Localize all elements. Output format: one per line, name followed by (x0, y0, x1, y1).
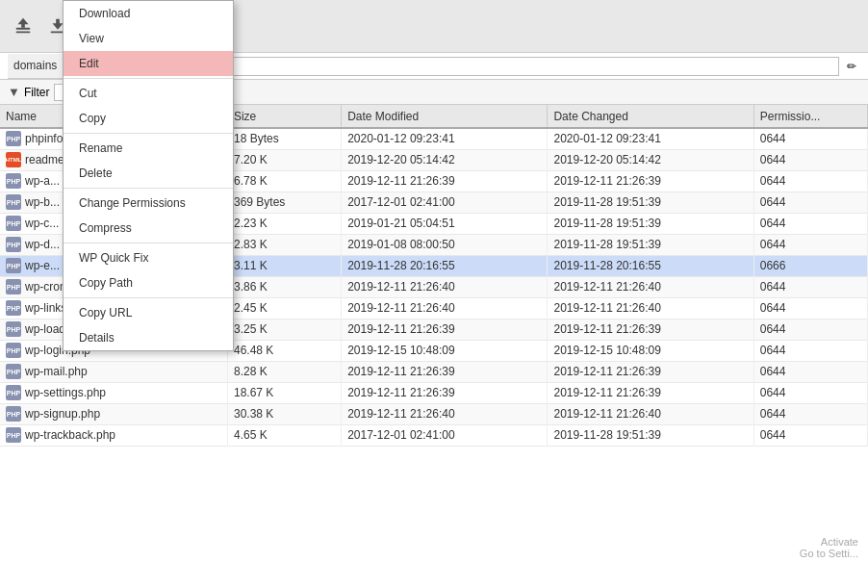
context-menu-divider (64, 243, 233, 243)
col-size[interactable]: Size (227, 105, 341, 128)
col-date-changed[interactable]: Date Changed (548, 105, 753, 128)
file-permissions: 0644 (753, 149, 867, 170)
file-name: wp-d... (25, 238, 60, 251)
file-name: wp-b... (25, 195, 60, 209)
context-menu-item-wp-quick-fix[interactable]: WP Quick Fix (64, 245, 233, 270)
file-date-changed: 2019-11-28 19:51:39 (548, 192, 753, 213)
file-type-icon: PHP (6, 131, 21, 146)
context-menu-item-details[interactable]: Details (64, 325, 233, 350)
file-date-changed: 2019-12-11 21:26:40 (548, 297, 753, 319)
file-date-modified: 2019-12-11 21:26:39 (342, 361, 548, 382)
file-type-icon: PHP (6, 194, 21, 210)
context-menu-item-copy-path[interactable]: Copy Path (64, 270, 233, 295)
file-size: 369 Bytes (227, 192, 341, 213)
file-name: wp-c... (25, 217, 59, 230)
file-date-changed: 2019-12-11 21:26:39 (548, 319, 753, 340)
file-size: 7.20 K (227, 149, 341, 170)
file-size: 18 Bytes (227, 128, 341, 149)
file-date-changed: 2019-11-28 19:51:39 (548, 424, 753, 446)
file-date-changed: 2019-12-20 05:14:42 (548, 149, 753, 170)
file-size: 2.23 K (227, 213, 341, 234)
file-permissions: 0644 (753, 192, 867, 213)
table-row[interactable]: PHP wp-trackback.php 4.65 K 2017-12-01 0… (0, 424, 868, 446)
col-date-modified[interactable]: Date Modified (342, 105, 548, 128)
file-size: 4.65 K (227, 424, 341, 446)
file-permissions: 0644 (753, 128, 867, 149)
file-size: 30.38 K (227, 403, 341, 424)
context-menu-item-change-permissions[interactable]: Change Permissions (64, 191, 233, 216)
file-permissions: 0644 (753, 403, 867, 424)
file-permissions: 0644 (753, 170, 867, 192)
file-size: 46.48 K (227, 340, 341, 361)
file-date-changed: 2019-12-11 21:26:40 (548, 276, 753, 297)
file-date-changed: 2020-01-12 09:23:41 (548, 128, 753, 149)
filter-icon: ▼ (8, 85, 20, 99)
file-date-changed: 2019-12-11 21:26:39 (548, 382, 753, 403)
file-name-cell: PHP wp-signup.php (0, 403, 227, 424)
file-date-changed: 2019-12-15 10:48:09 (548, 340, 753, 361)
file-date-modified: 2019-12-11 21:26:39 (342, 170, 548, 192)
file-date-modified: 2017-12-01 02:41:00 (342, 192, 548, 213)
context-menu-divider (64, 297, 233, 298)
file-type-icon: PHP (6, 364, 21, 379)
file-size: 6.78 K (227, 170, 341, 192)
file-name: wp-settings.php (25, 386, 106, 399)
file-date-modified: 2019-01-21 05:04:51 (342, 213, 548, 234)
file-name: wp-a... (25, 174, 60, 188)
svg-rect-0 (16, 28, 31, 30)
file-date-modified: 2020-01-12 09:23:41 (342, 128, 548, 149)
file-permissions: 0644 (753, 382, 867, 403)
context-menu-item-view[interactable]: View (64, 26, 233, 51)
file-size: 3.25 K (227, 319, 341, 340)
context-menu-item-copy[interactable]: Copy (64, 106, 233, 131)
file-size: 2.83 K (227, 234, 341, 255)
table-row[interactable]: PHP wp-settings.php 18.67 K 2019-12-11 2… (0, 382, 868, 403)
file-date-modified: 2019-12-11 21:26:39 (342, 319, 548, 340)
domains-label: domains (8, 54, 64, 79)
file-type-icon: PHP (6, 300, 21, 316)
file-name: wp-signup.php (25, 407, 100, 421)
file-permissions: 0644 (753, 297, 867, 319)
file-date-modified: 2019-12-11 21:26:40 (342, 403, 548, 424)
context-menu-item-copy-url[interactable]: Copy URL (64, 300, 233, 325)
context-menu-item-delete[interactable]: Delete (64, 161, 233, 186)
file-name-cell: PHP wp-settings.php (0, 382, 227, 403)
file-date-modified: 2019-12-15 10:48:09 (342, 340, 548, 361)
file-type-icon: PHP (6, 173, 21, 189)
file-date-modified: 2019-12-11 21:26:39 (342, 382, 548, 403)
file-type-icon: HTML (6, 152, 21, 167)
table-row[interactable]: PHP wp-signup.php 30.38 K 2019-12-11 21:… (0, 403, 868, 424)
file-permissions: 0644 (753, 276, 867, 297)
file-permissions: 0644 (753, 234, 867, 255)
context-menu-item-download[interactable]: Download (64, 1, 233, 26)
file-date-modified: 2019-01-08 08:00:50 (342, 234, 548, 255)
file-type-icon: PHP (6, 279, 21, 294)
context-menu-item-edit[interactable]: Edit (64, 51, 233, 76)
file-name-cell: PHP wp-trackback.php (0, 424, 227, 446)
file-date-changed: 2019-12-11 21:26:39 (548, 361, 753, 382)
table-row[interactable]: PHP wp-mail.php 8.28 K 2019-12-11 21:26:… (0, 361, 868, 382)
context-menu: DownloadViewEditCutCopyRenameDeleteChang… (63, 0, 234, 351)
context-menu-divider (64, 78, 233, 79)
file-type-icon: PHP (6, 258, 21, 273)
file-permissions: 0644 (753, 424, 867, 446)
file-name: wp-trackback.php (25, 428, 115, 442)
file-permissions: 0644 (753, 319, 867, 340)
file-size: 3.86 K (227, 276, 341, 297)
col-permissions[interactable]: Permissio... (753, 105, 867, 128)
context-menu-item-compress[interactable]: Compress (64, 216, 233, 241)
file-type-icon: PHP (6, 385, 21, 400)
breadcrumb-edit-icon[interactable]: ✏ (843, 58, 860, 75)
context-menu-item-rename[interactable]: Rename (64, 136, 233, 161)
file-date-modified: 2019-12-11 21:26:40 (342, 276, 548, 297)
file-permissions: 0644 (753, 213, 867, 234)
context-menu-item-cut[interactable]: Cut (64, 81, 233, 106)
file-type-icon: PHP (6, 321, 21, 337)
file-type-icon: PHP (6, 343, 21, 358)
toolbar-button-upload[interactable] (8, 11, 38, 41)
file-date-modified: 2019-12-20 05:14:42 (342, 149, 548, 170)
file-permissions: 0644 (753, 340, 867, 361)
file-date-changed: 2019-11-28 20:16:55 (548, 255, 753, 276)
file-date-modified: 2017-12-01 02:41:00 (342, 424, 548, 446)
file-date-changed: 2019-11-28 19:51:39 (548, 234, 753, 255)
